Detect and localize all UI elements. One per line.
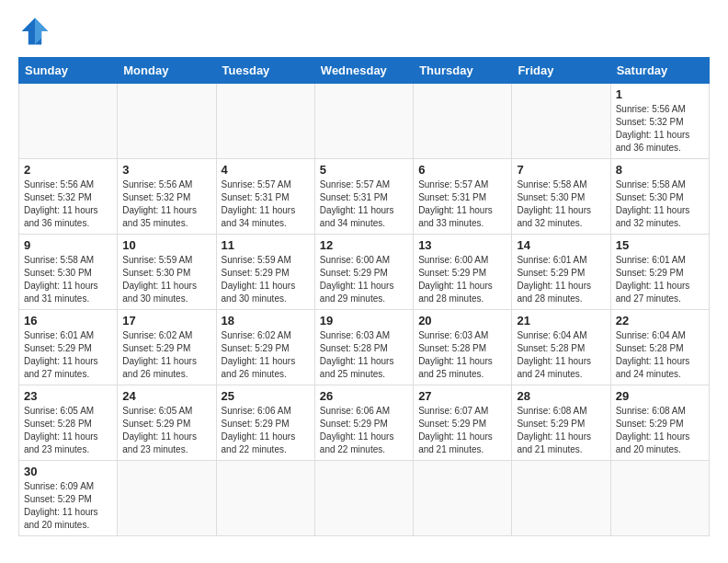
day-info: Sunrise: 5:59 AM Sunset: 5:30 PM Dayligh… xyxy=(122,254,210,305)
calendar-cell: 10Sunrise: 5:59 AM Sunset: 5:30 PM Dayli… xyxy=(118,235,216,310)
day-number: 29 xyxy=(616,389,704,403)
day-number: 18 xyxy=(222,314,310,327)
day-number: 1 xyxy=(616,87,704,101)
page: SundayMondayTuesdayWednesdayThursdayFrid… xyxy=(0,0,728,555)
weekday-header-row: SundayMondayTuesdayWednesdayThursdayFrid… xyxy=(19,58,710,84)
day-info: Sunrise: 5:57 AM Sunset: 5:31 PM Dayligh… xyxy=(222,178,310,230)
day-info: Sunrise: 6:07 AM Sunset: 5:29 PM Dayligh… xyxy=(418,405,506,456)
calendar-cell: 5Sunrise: 5:57 AM Sunset: 5:31 PM Daylig… xyxy=(314,159,413,235)
day-info: Sunrise: 6:03 AM Sunset: 5:28 PM Dayligh… xyxy=(320,329,408,381)
calendar: SundayMondayTuesdayWednesdayThursdayFrid… xyxy=(18,57,710,536)
header xyxy=(18,15,710,48)
calendar-cell xyxy=(512,461,610,536)
logo-icon xyxy=(18,15,51,48)
calendar-cell xyxy=(314,84,413,159)
calendar-cell xyxy=(512,84,610,159)
weekday-header-thursday: Thursday xyxy=(414,58,512,84)
weekday-header-sunday: Sunday xyxy=(19,58,118,84)
calendar-cell: 20Sunrise: 6:03 AM Sunset: 5:28 PM Dayli… xyxy=(414,310,512,385)
day-info: Sunrise: 6:08 AM Sunset: 5:29 PM Dayligh… xyxy=(616,405,704,456)
day-info: Sunrise: 5:57 AM Sunset: 5:31 PM Dayligh… xyxy=(418,178,506,230)
day-info: Sunrise: 6:01 AM Sunset: 5:29 PM Dayligh… xyxy=(24,329,112,381)
calendar-cell xyxy=(19,84,118,159)
day-info: Sunrise: 6:06 AM Sunset: 5:29 PM Dayligh… xyxy=(320,405,408,456)
calendar-cell: 15Sunrise: 6:01 AM Sunset: 5:29 PM Dayli… xyxy=(610,235,709,310)
day-number: 19 xyxy=(320,314,408,327)
calendar-cell: 29Sunrise: 6:08 AM Sunset: 5:29 PM Dayli… xyxy=(610,385,709,461)
day-number: 20 xyxy=(418,314,506,327)
day-number: 24 xyxy=(122,389,210,403)
weekday-header-wednesday: Wednesday xyxy=(314,58,413,84)
calendar-cell: 8Sunrise: 5:58 AM Sunset: 5:30 PM Daylig… xyxy=(610,159,709,235)
day-number: 13 xyxy=(418,238,506,252)
day-info: Sunrise: 6:03 AM Sunset: 5:28 PM Dayligh… xyxy=(418,329,506,381)
day-info: Sunrise: 5:56 AM Sunset: 5:32 PM Dayligh… xyxy=(616,103,704,155)
week-row-3: 16Sunrise: 6:01 AM Sunset: 5:29 PM Dayli… xyxy=(19,310,710,385)
calendar-cell: 12Sunrise: 6:00 AM Sunset: 5:29 PM Dayli… xyxy=(314,235,413,310)
calendar-cell: 16Sunrise: 6:01 AM Sunset: 5:29 PM Dayli… xyxy=(19,310,118,385)
day-info: Sunrise: 5:58 AM Sunset: 5:30 PM Dayligh… xyxy=(517,178,605,230)
calendar-cell: 25Sunrise: 6:06 AM Sunset: 5:29 PM Dayli… xyxy=(216,385,314,461)
day-number: 25 xyxy=(222,389,310,403)
day-info: Sunrise: 6:00 AM Sunset: 5:29 PM Dayligh… xyxy=(320,254,408,305)
weekday-header-saturday: Saturday xyxy=(610,58,709,84)
day-info: Sunrise: 6:02 AM Sunset: 5:29 PM Dayligh… xyxy=(122,329,210,381)
day-info: Sunrise: 6:05 AM Sunset: 5:28 PM Dayligh… xyxy=(24,405,112,456)
calendar-cell: 14Sunrise: 6:01 AM Sunset: 5:29 PM Dayli… xyxy=(512,235,610,310)
day-number: 23 xyxy=(24,389,112,403)
calendar-cell: 11Sunrise: 5:59 AM Sunset: 5:29 PM Dayli… xyxy=(216,235,314,310)
logo xyxy=(18,15,57,48)
calendar-cell xyxy=(414,461,512,536)
weekday-header-tuesday: Tuesday xyxy=(216,58,314,84)
week-row-4: 23Sunrise: 6:05 AM Sunset: 5:28 PM Dayli… xyxy=(19,385,710,461)
day-info: Sunrise: 6:09 AM Sunset: 5:29 PM Dayligh… xyxy=(24,480,112,532)
calendar-cell: 17Sunrise: 6:02 AM Sunset: 5:29 PM Dayli… xyxy=(118,310,216,385)
calendar-cell: 21Sunrise: 6:04 AM Sunset: 5:28 PM Dayli… xyxy=(512,310,610,385)
day-info: Sunrise: 5:56 AM Sunset: 5:32 PM Dayligh… xyxy=(122,178,210,230)
week-row-5: 30Sunrise: 6:09 AM Sunset: 5:29 PM Dayli… xyxy=(19,461,710,536)
day-number: 28 xyxy=(517,389,605,403)
calendar-cell xyxy=(610,461,709,536)
calendar-cell: 7Sunrise: 5:58 AM Sunset: 5:30 PM Daylig… xyxy=(512,159,610,235)
calendar-cell: 27Sunrise: 6:07 AM Sunset: 5:29 PM Dayli… xyxy=(414,385,512,461)
day-number: 21 xyxy=(517,314,605,327)
day-info: Sunrise: 6:04 AM Sunset: 5:28 PM Dayligh… xyxy=(517,329,605,381)
day-number: 6 xyxy=(418,163,506,177)
day-number: 5 xyxy=(320,163,408,177)
day-info: Sunrise: 5:59 AM Sunset: 5:29 PM Dayligh… xyxy=(222,254,310,305)
day-number: 30 xyxy=(24,465,112,478)
day-number: 14 xyxy=(517,238,605,252)
day-number: 11 xyxy=(222,238,310,252)
calendar-cell xyxy=(216,461,314,536)
day-number: 26 xyxy=(320,389,408,403)
calendar-cell: 1Sunrise: 5:56 AM Sunset: 5:32 PM Daylig… xyxy=(610,84,709,159)
day-info: Sunrise: 6:01 AM Sunset: 5:29 PM Dayligh… xyxy=(616,254,704,305)
week-row-2: 9Sunrise: 5:58 AM Sunset: 5:30 PM Daylig… xyxy=(19,235,710,310)
calendar-cell: 24Sunrise: 6:05 AM Sunset: 5:29 PM Dayli… xyxy=(118,385,216,461)
day-number: 2 xyxy=(24,163,112,177)
weekday-header-monday: Monday xyxy=(118,58,216,84)
calendar-cell: 26Sunrise: 6:06 AM Sunset: 5:29 PM Dayli… xyxy=(314,385,413,461)
calendar-cell: 2Sunrise: 5:56 AM Sunset: 5:32 PM Daylig… xyxy=(19,159,118,235)
day-info: Sunrise: 6:06 AM Sunset: 5:29 PM Dayligh… xyxy=(222,405,310,456)
week-row-0: 1Sunrise: 5:56 AM Sunset: 5:32 PM Daylig… xyxy=(19,84,710,159)
day-info: Sunrise: 6:04 AM Sunset: 5:28 PM Dayligh… xyxy=(616,329,704,381)
day-number: 7 xyxy=(517,163,605,177)
day-number: 16 xyxy=(24,314,112,327)
day-number: 12 xyxy=(320,238,408,252)
day-number: 27 xyxy=(418,389,506,403)
calendar-cell: 4Sunrise: 5:57 AM Sunset: 5:31 PM Daylig… xyxy=(216,159,314,235)
calendar-cell: 23Sunrise: 6:05 AM Sunset: 5:28 PM Dayli… xyxy=(19,385,118,461)
day-info: Sunrise: 6:05 AM Sunset: 5:29 PM Dayligh… xyxy=(122,405,210,456)
calendar-cell: 28Sunrise: 6:08 AM Sunset: 5:29 PM Dayli… xyxy=(512,385,610,461)
day-info: Sunrise: 5:58 AM Sunset: 5:30 PM Dayligh… xyxy=(616,178,704,230)
calendar-cell xyxy=(414,84,512,159)
day-number: 17 xyxy=(122,314,210,327)
weekday-header-friday: Friday xyxy=(512,58,610,84)
calendar-cell: 3Sunrise: 5:56 AM Sunset: 5:32 PM Daylig… xyxy=(118,159,216,235)
day-number: 9 xyxy=(24,238,112,252)
calendar-cell: 13Sunrise: 6:00 AM Sunset: 5:29 PM Dayli… xyxy=(414,235,512,310)
day-number: 4 xyxy=(222,163,310,177)
day-number: 10 xyxy=(122,238,210,252)
calendar-cell: 30Sunrise: 6:09 AM Sunset: 5:29 PM Dayli… xyxy=(19,461,118,536)
